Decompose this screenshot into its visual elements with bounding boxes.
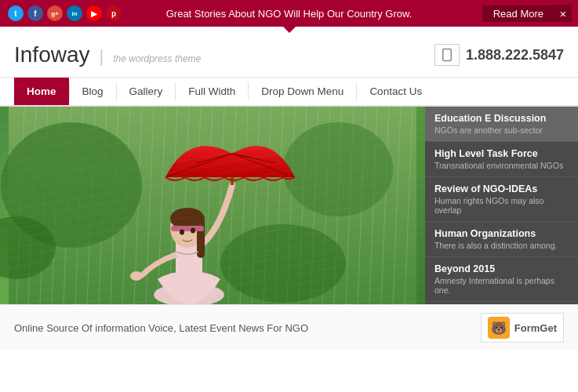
panel-title-4: Human Organizations [434, 228, 569, 239]
nav-item-contact[interactable]: Contact Us [357, 78, 434, 105]
logo-subtitle: the wordpress theme [113, 53, 201, 64]
panel-title-3: Review of NGO-IDEAs [434, 183, 569, 194]
read-more-button[interactable]: Read More [482, 5, 554, 22]
panel-title-1: Education E Discussion [434, 113, 569, 124]
facebook-icon[interactable]: f [27, 5, 43, 21]
nav-item-dropdown[interactable]: Drop Down Menu [249, 78, 356, 105]
hero-image [0, 107, 425, 304]
svg-rect-0 [443, 49, 452, 61]
footer-text: Online Source Of information Voice, Late… [14, 322, 308, 334]
hero-sidebar: Education E Discussion NGOs are another … [425, 107, 578, 304]
announcement-text: Great Stories About NGO Will Help Our Co… [166, 8, 413, 20]
formget-label: FormGet [514, 322, 557, 334]
navigation: Home Blog Gallery Full Width Drop Down M… [0, 78, 578, 107]
nav-item-home[interactable]: Home [14, 78, 69, 105]
logo: Infoway | the wordpress theme [14, 42, 201, 67]
sidebar-panel-1[interactable]: Education E Discussion NGOs are another … [425, 107, 578, 142]
sidebar-panel-5[interactable]: Beyond 2015 Amnesty International is per… [425, 257, 578, 302]
gplus-icon[interactable]: g+ [47, 5, 63, 21]
sidebar-panel-2[interactable]: High Level Task Force Transnational envi… [425, 142, 578, 177]
phone-icon [440, 48, 454, 62]
twitter-icon[interactable]: t [8, 5, 24, 21]
logo-title: Infoway [14, 42, 90, 67]
panel-sub-2: Transnational environmental NGOs [434, 161, 569, 170]
phone-number: 1.888.222.5847 [466, 47, 564, 64]
rain-overlay [0, 107, 425, 304]
nav-item-fullwidth[interactable]: Full Width [176, 78, 248, 105]
panel-sub-3: Human rights NGOs may also overlap [434, 196, 569, 215]
nav-item-gallery[interactable]: Gallery [117, 78, 176, 105]
social-icons: t f g+ in ▶ p [8, 5, 122, 21]
panel-title-2: High Level Task Force [434, 148, 569, 159]
panel-title-5: Beyond 2015 [434, 263, 569, 274]
formget-badge[interactable]: 🐻 FormGet [481, 313, 564, 343]
linkedin-icon[interactable]: in [67, 5, 82, 21]
header: Infoway | the wordpress theme 1.888.222.… [0, 33, 578, 78]
phone-icon-wrap [434, 44, 460, 66]
close-button[interactable]: × [554, 5, 572, 22]
header-right: 1.888.222.5847 [434, 44, 564, 66]
panel-sub-4: There is also a distinction among. [434, 241, 569, 250]
sidebar-panel-3[interactable]: Review of NGO-IDEAs Human rights NGOs ma… [425, 177, 578, 222]
formget-icon: 🐻 [488, 317, 510, 339]
panel-sub-1: NGOs are another sub-sector [434, 125, 569, 135]
panel-sub-5: Amnesty International is perhaps one. [434, 276, 569, 295]
announcement-bar: t f g+ in ▶ p Great Stories About NGO Wi… [0, 0, 578, 27]
youtube-icon[interactable]: ▶ [86, 5, 102, 21]
logo-sep: | [100, 46, 104, 67]
hero-section: Education E Discussion NGOs are another … [0, 107, 578, 304]
bar-triangle [283, 27, 296, 33]
nav-item-blog[interactable]: Blog [70, 78, 116, 105]
sidebar-panel-4[interactable]: Human Organizations There is also a dist… [425, 222, 578, 257]
footer-bar: Online Source Of information Voice, Late… [0, 304, 578, 350]
pinterest-icon[interactable]: p [106, 5, 122, 21]
